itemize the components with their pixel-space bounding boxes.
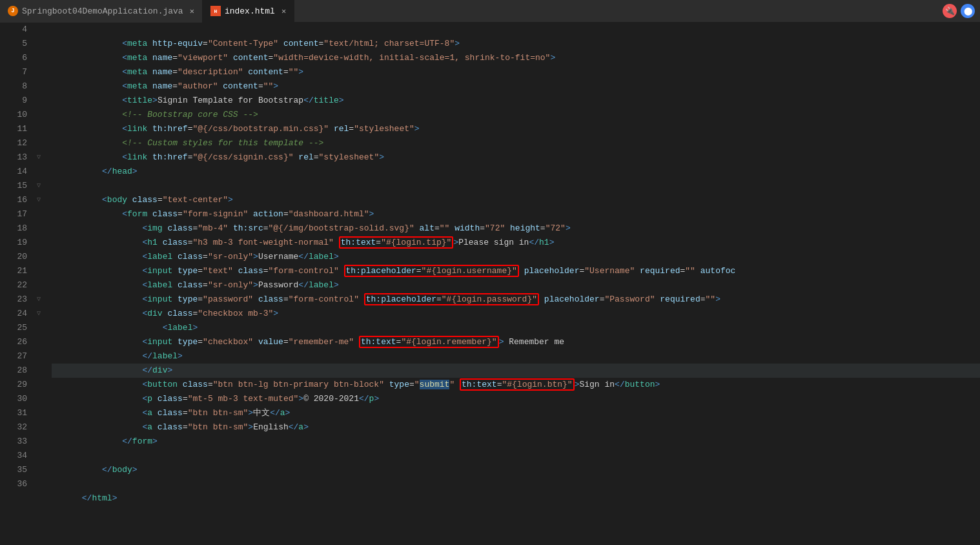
ln-29: 29: [0, 378, 27, 392]
ln-5: 5: [0, 37, 27, 51]
code-line-27: </div>: [52, 349, 980, 364]
chrome-icon[interactable]: ⬤: [961, 4, 975, 18]
line-numbers: 4 5 6 7 8 9 10 11 12 13 14 15 16 17 18 1…: [0, 23, 32, 545]
ln-7: 7: [0, 65, 27, 79]
ln-18: 18: [0, 221, 27, 236]
ln-34: 34: [0, 449, 27, 463]
ln-36: 36: [0, 477, 27, 491]
code-line-34: </body>: [52, 449, 980, 463]
ln-12: 12: [0, 136, 27, 150]
ln-26: 26: [0, 335, 27, 349]
ln-27: 27: [0, 349, 27, 364]
tab-bar: J Springboot04DemoApplication.java ✕ H i…: [0, 0, 980, 23]
ln-23: 23: [0, 293, 27, 307]
top-right-icons: 🔌 ⬤: [943, 4, 980, 18]
ln-24: 24: [0, 307, 27, 321]
ln-8: 8: [0, 79, 27, 94]
tab-java-close[interactable]: ✕: [190, 6, 194, 16]
ln-13: 13: [0, 150, 27, 165]
ln-10: 10: [0, 108, 27, 122]
ln-17: 17: [0, 207, 27, 221]
fold-gutter: ▽ ▽ ▽ ▽ ▽: [32, 23, 45, 545]
code-line-28: <button class="btn btn-lg btn-primary bt…: [52, 364, 980, 378]
code-line-33: [52, 435, 980, 449]
ln-16: 16: [0, 193, 27, 207]
code-line-36: </html>: [52, 477, 980, 491]
ln-14: 14: [0, 165, 27, 179]
ln-32: 32: [0, 420, 27, 435]
ln-28: 28: [0, 364, 27, 378]
plugin-icon[interactable]: 🔌: [943, 4, 957, 18]
ln-22: 22: [0, 278, 27, 293]
code-line-15: <body class="text-center">: [52, 179, 980, 193]
ln-21: 21: [0, 264, 27, 278]
ln-33: 33: [0, 435, 27, 449]
code-line-14: [52, 165, 980, 179]
ln-4: 4: [0, 23, 27, 37]
tab-java-label: Springboot04DemoApplication.java: [22, 6, 183, 16]
ln-9: 9: [0, 94, 27, 108]
ln-20: 20: [0, 250, 27, 264]
tab-html-label: index.html: [225, 6, 275, 16]
ln-35: 35: [0, 463, 27, 477]
code-content[interactable]: <meta http-equiv="Content-Type" content=…: [45, 23, 980, 545]
tab-java[interactable]: J Springboot04DemoApplication.java ✕: [0, 0, 203, 23]
tab-html[interactable]: H index.html ✕: [203, 0, 294, 23]
ln-19: 19: [0, 236, 27, 250]
code-line-4: <meta http-equiv="Content-Type" content=…: [52, 23, 980, 37]
ln-30: 30: [0, 392, 27, 406]
ln-15: 15: [0, 179, 27, 193]
ln-6: 6: [0, 51, 27, 65]
tab-html-close[interactable]: ✕: [281, 6, 286, 16]
ln-31: 31: [0, 406, 27, 420]
ln-11: 11: [0, 122, 27, 136]
ln-25: 25: [0, 321, 27, 335]
html-icon: H: [210, 6, 221, 16]
editor-area: 4 5 6 7 8 9 10 11 12 13 14 15 16 17 18 1…: [0, 23, 980, 545]
code-line-35: [52, 463, 980, 477]
java-icon: J: [8, 6, 18, 16]
